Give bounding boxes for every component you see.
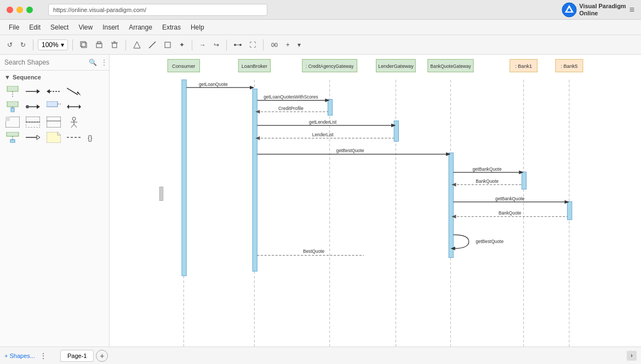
svg-rect-80 (328, 100, 332, 115)
arrow-button[interactable]: → (197, 39, 209, 50)
menu-insert[interactable]: Insert (98, 22, 123, 33)
svg-text:getBankQuote: getBankQuote (472, 166, 502, 172)
vp-logo-text2: Online (579, 10, 626, 17)
component-shape[interactable] (45, 100, 62, 113)
fill-color-button[interactable] (130, 39, 144, 50)
svg-rect-49 (7, 132, 19, 136)
svg-text:BankQuoteGateway: BankQuoteGateway (430, 63, 471, 69)
add-chevron-button[interactable]: ▾ (295, 39, 304, 50)
bent-arrow-button[interactable]: ↪ (211, 39, 222, 50)
lifeline-shape[interactable] (4, 85, 21, 98)
undo-button[interactable]: ↺ (4, 39, 15, 50)
svg-text:: CreditAgencyGateway: : CreditAgencyGateway (306, 63, 354, 69)
page-tab[interactable]: Page-1 (60, 350, 94, 362)
shape-grid: {} (0, 83, 109, 146)
menu-select[interactable]: Select (46, 22, 73, 33)
dashed-line-shape[interactable] (66, 131, 82, 144)
fragment1-shape[interactable] (4, 115, 21, 129)
menu-file[interactable]: File (4, 22, 24, 33)
collapse-arrow-icon: ▼ (4, 74, 10, 80)
svg-rect-16 (272, 43, 274, 47)
svg-line-25 (67, 88, 78, 95)
svg-line-48 (74, 124, 77, 128)
lifeline2-shape[interactable] (4, 131, 21, 144)
blank-shape-1 (87, 85, 103, 98)
link-button[interactable] (268, 39, 281, 50)
add-page-button[interactable]: + (96, 350, 108, 362)
rect-button[interactable] (161, 39, 174, 50)
braces-shape[interactable]: {} (87, 131, 103, 144)
copy-button[interactable] (77, 39, 90, 50)
arrow-left-shape[interactable] (45, 85, 62, 98)
menu-edit[interactable]: Edit (25, 22, 45, 33)
svg-rect-41 (26, 122, 40, 128)
minimize-button[interactable] (16, 7, 23, 13)
paste-button[interactable] (93, 39, 106, 50)
svg-marker-36 (67, 105, 69, 109)
sequence-section-header[interactable]: ▼ Sequence (0, 71, 109, 83)
arrow-dot-shape[interactable] (25, 131, 41, 144)
svg-rect-51 (10, 140, 15, 143)
collapse-panel-button[interactable]: › (627, 351, 637, 361)
delete-button[interactable] (108, 39, 121, 50)
svg-rect-40 (26, 117, 40, 122)
add-button[interactable]: + (283, 39, 293, 50)
svg-marker-26 (77, 91, 81, 96)
svg-text:getLoanQuote: getLoanQuote (199, 82, 228, 87)
svg-rect-29 (11, 108, 14, 112)
actor-shape[interactable] (66, 115, 82, 129)
sidebar-more-icon[interactable]: ⋮ (100, 58, 108, 67)
both-arrow-shape[interactable] (66, 100, 82, 113)
svg-text:getBestQuote: getBestQuote (476, 239, 503, 244)
connection-button[interactable] (231, 39, 244, 50)
blank-shape-3 (87, 115, 103, 129)
toolbar-sep-1 (33, 39, 33, 50)
svg-marker-53 (37, 135, 40, 140)
expand-button[interactable]: ⛶ (247, 39, 259, 50)
zoom-control[interactable]: 100% ▾ (38, 39, 68, 50)
close-button[interactable] (7, 7, 13, 13)
bottom-right: › (627, 351, 637, 361)
svg-rect-84 (568, 201, 572, 219)
pointer-button[interactable]: ✦ (176, 39, 187, 50)
svg-text:{}: {} (88, 134, 93, 142)
redo-button[interactable]: ↻ (18, 39, 28, 50)
menu-arrange[interactable]: Arrange (124, 22, 157, 33)
url-bar[interactable]: https://online.visual-paradigm.com/ (48, 4, 267, 16)
svg-text:BankQuote: BankQuote (476, 178, 499, 184)
svg-rect-78 (182, 80, 186, 276)
svg-text:BankQuote: BankQuote (499, 210, 522, 216)
arrow-right-shape[interactable] (25, 85, 41, 98)
arrow-diagonal-shape[interactable] (66, 85, 82, 98)
zoom-chevron-icon: ▾ (61, 41, 64, 49)
add-shapes-button[interactable]: + Shapes... (4, 353, 35, 359)
svg-text:: Bank5: : Bank5 (560, 63, 577, 69)
svg-line-47 (71, 124, 74, 128)
svg-rect-4 (81, 42, 85, 47)
menu-extras[interactable]: Extras (158, 22, 185, 33)
svg-marker-22 (37, 89, 40, 94)
svg-point-13 (234, 44, 236, 46)
found-message-shape[interactable] (25, 100, 41, 113)
search-input[interactable] (4, 59, 87, 66)
fragment2-shape[interactable] (25, 115, 41, 129)
menu-help[interactable]: Help (186, 22, 209, 33)
svg-text:BestQuote: BestQuote (303, 249, 325, 254)
hamburger-icon[interactable]: ≡ (629, 5, 634, 15)
svg-text:LenderGateway: LenderGateway (378, 63, 414, 69)
line-style-button[interactable] (146, 39, 159, 50)
maximize-button[interactable] (26, 7, 33, 13)
activation-shape[interactable] (4, 100, 21, 113)
svg-point-30 (26, 105, 29, 108)
svg-text:CreditProfile: CreditProfile (278, 106, 304, 111)
note-shape[interactable] (45, 131, 62, 144)
bottom-menu-icon[interactable]: ⋮ (37, 349, 49, 362)
menu-view[interactable]: View (74, 22, 97, 33)
svg-rect-7 (112, 43, 117, 48)
svg-text:getLoanQuotesWithScores: getLoanQuotesWithScores (264, 94, 318, 100)
svg-rect-119 (159, 187, 163, 201)
traffic-lights (7, 7, 33, 13)
canvas-area[interactable]: Consumer LoanBroker : CreditAgencyGatewa… (110, 55, 641, 346)
fragment3-shape[interactable] (45, 115, 62, 129)
toolbar-sep-5 (226, 39, 227, 50)
